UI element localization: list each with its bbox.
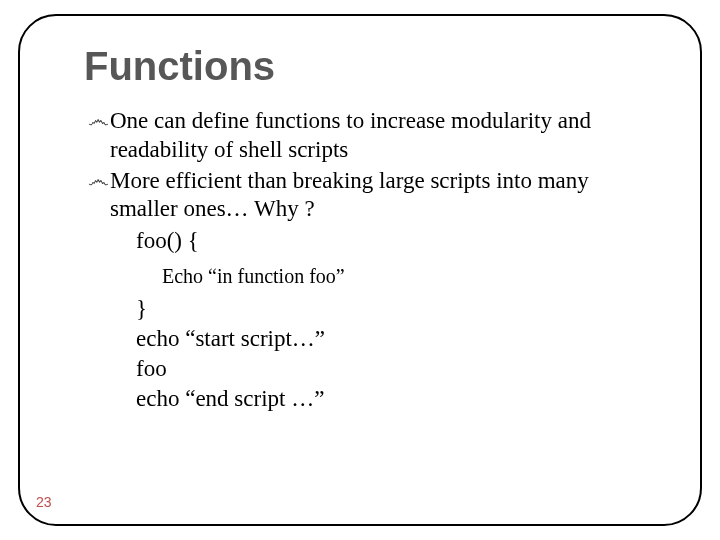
code-line: foo() { — [136, 226, 644, 256]
code-line-inner: Echo “in function foo” — [162, 262, 644, 290]
code-line: foo — [136, 354, 644, 384]
bullet-list: ෴ One can define functions to increase m… — [88, 107, 644, 413]
slide-frame: Functions ෴ One can define functions to … — [18, 14, 702, 526]
slide: Functions ෴ One can define functions to … — [0, 0, 720, 540]
bullet-item: ෴ One can define functions to increase m… — [88, 107, 644, 165]
bullet-text: One can define functions to increase mod… — [110, 107, 644, 165]
code-line: echo “end script …” — [136, 384, 644, 414]
code-line: } — [136, 294, 644, 324]
bullet-text: More efficient than breaking large scrip… — [110, 167, 644, 225]
slide-title: Functions — [84, 44, 654, 89]
bullet-item: ෴ More efficient than breaking large scr… — [88, 167, 644, 225]
bullet-swirl-icon: ෴ — [88, 107, 110, 133]
code-line: echo “start script…” — [136, 324, 644, 354]
page-number: 23 — [36, 494, 52, 510]
bullet-swirl-icon: ෴ — [88, 167, 110, 193]
